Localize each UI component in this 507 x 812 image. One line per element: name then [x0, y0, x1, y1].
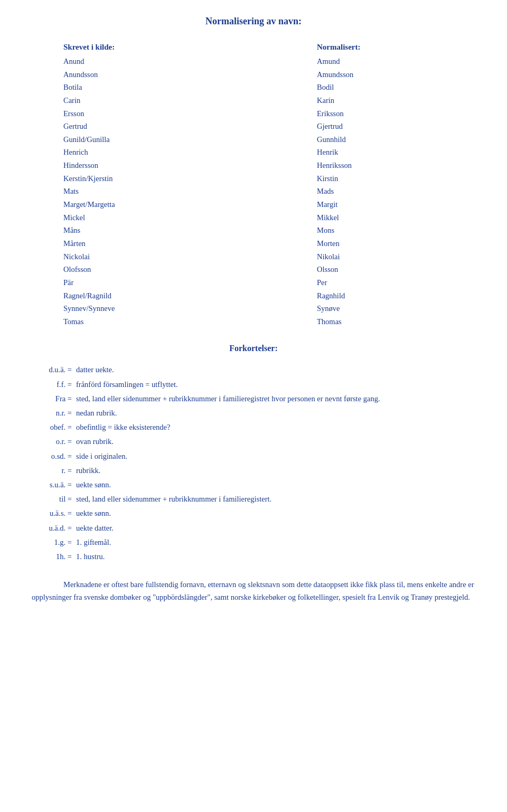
abbr-value: obefintlig = ikke eksisterende?: [74, 420, 475, 435]
abbr-row: o.r. =ovan rubrik.: [32, 435, 475, 449]
abbr-row: 1h. =1. hustru.: [32, 550, 475, 564]
right-name-item: Amundsson: [317, 68, 465, 81]
page-title: Normalisering av navn:: [32, 16, 475, 27]
left-names-list: AnundAnundssonBotilaCarinErssonGertrudGu…: [63, 55, 211, 328]
left-name-item: Botila: [63, 81, 211, 94]
abbr-value: side i originalen.: [74, 449, 475, 464]
right-name-item: Margit: [317, 198, 465, 211]
abbr-key: d.u.ä. =: [32, 363, 74, 377]
abbr-row: 1.g. =1. giftemål.: [32, 535, 475, 550]
left-name-item: Ersson: [63, 107, 211, 120]
right-name-item: Bodil: [317, 81, 465, 94]
left-name-item: Henrich: [63, 146, 211, 159]
abbr-key: 1.g. =: [32, 535, 74, 550]
right-name-item: Karin: [317, 94, 465, 107]
abbreviations-table: d.u.ä. =datter uekte.f.f. =frånförd förs…: [32, 363, 475, 564]
right-name-item: Ragnhild: [317, 289, 465, 303]
left-name-item: Carin: [63, 94, 211, 107]
left-name-item: Tomas: [63, 315, 211, 328]
left-name-item: Gertrud: [63, 120, 211, 133]
abbr-key: u.ä.d. =: [32, 521, 74, 535]
left-column: Skrevet i kilde: AnundAnundssonBotilaCar…: [63, 43, 211, 328]
left-name-item: Nickolai: [63, 250, 211, 263]
abbr-key: til =: [32, 492, 74, 506]
left-name-item: Anundsson: [63, 68, 211, 81]
abbr-row: o.sd. =side i originalen.: [32, 449, 475, 464]
abbr-value: ovan rubrik.: [74, 435, 475, 449]
abbr-row: obef. =obefintlig = ikke eksisterende?: [32, 420, 475, 435]
abbr-row: Fra =sted, land eller sidenummer + rubri…: [32, 392, 475, 406]
abbr-value: datter uekte.: [74, 363, 475, 377]
abbreviations-title: Forkortelser:: [32, 344, 475, 353]
abbr-value: 1. hustru.: [74, 550, 475, 564]
abbr-key: obef. =: [32, 420, 74, 435]
abbr-row: u.ä.d. =uekte datter.: [32, 521, 475, 535]
left-name-item: Synnev/Synneve: [63, 302, 211, 315]
right-name-item: Olsson: [317, 263, 465, 276]
left-name-item: Måns: [63, 224, 211, 237]
left-name-item: Olofsson: [63, 263, 211, 276]
right-name-item: Per: [317, 276, 465, 289]
left-name-item: Gunild/Gunilla: [63, 133, 211, 146]
abbr-key: o.r. =: [32, 435, 74, 449]
left-name-item: Mats: [63, 185, 211, 198]
right-name-item: Morten: [317, 237, 465, 250]
right-name-item: Eriksson: [317, 107, 465, 120]
abbr-key: f.f. =: [32, 377, 74, 392]
left-name-item: Kerstin/Kjerstin: [63, 172, 211, 185]
right-name-item: Mikkel: [317, 211, 465, 224]
abbr-value: sted, land eller sidenummer + rubrikknum…: [74, 392, 475, 406]
left-name-item: Ragnel/Ragnild: [63, 289, 211, 303]
right-name-item: Henriksson: [317, 159, 465, 172]
abbr-key: Fra =: [32, 392, 74, 406]
abbr-value: 1. giftemål.: [74, 535, 475, 550]
right-column: Normalisert: AmundAmundssonBodilKarinEri…: [317, 43, 465, 328]
abbr-key: s.u.ä. =: [32, 478, 74, 492]
abbr-value: uekte datter.: [74, 521, 475, 535]
right-column-header: Normalisert:: [317, 43, 465, 52]
abbr-value: sted, land eller sidenummer + rubrikknum…: [74, 492, 475, 506]
right-name-item: Gunnhild: [317, 133, 465, 146]
right-name-item: Henrik: [317, 146, 465, 159]
left-column-header: Skrevet i kilde:: [63, 43, 211, 52]
abbr-key: 1h. =: [32, 550, 74, 564]
abbr-value: frånförd församlingen = utflyttet.: [74, 377, 475, 392]
left-name-item: Hindersson: [63, 159, 211, 172]
abbr-row: til =sted, land eller sidenummer + rubri…: [32, 492, 475, 506]
right-name-item: Mons: [317, 224, 465, 237]
footer-text: Merknadene er oftest bare fullstendig fo…: [32, 579, 475, 604]
right-name-item: Amund: [317, 55, 465, 68]
abbr-value: uekte sønn.: [74, 478, 475, 492]
abbr-row: r. =rubrikk.: [32, 464, 475, 478]
left-name-item: Marget/Margetta: [63, 198, 211, 211]
right-name-item: Nikolai: [317, 250, 465, 263]
abbr-value: rubrikk.: [74, 464, 475, 478]
abbr-key: u.ä.s. =: [32, 506, 74, 521]
abbr-row: u.ä.s. =uekte sønn.: [32, 506, 475, 521]
right-name-item: Kirstin: [317, 172, 465, 185]
left-name-item: Anund: [63, 55, 211, 68]
left-name-item: Mårten: [63, 237, 211, 250]
right-names-list: AmundAmundssonBodilKarinErikssonGjertrud…: [317, 55, 465, 328]
right-name-item: Gjertrud: [317, 120, 465, 133]
right-name-item: Thomas: [317, 315, 465, 328]
abbr-value: nedan rubrik.: [74, 406, 475, 420]
left-name-item: Mickel: [63, 211, 211, 224]
page-container: Normalisering av navn: Skrevet i kilde: …: [32, 16, 475, 604]
names-section: Skrevet i kilde: AnundAnundssonBotilaCar…: [32, 43, 475, 328]
right-name-item: Mads: [317, 185, 465, 198]
abbr-value: uekte sønn.: [74, 506, 475, 521]
abbr-key: o.sd. =: [32, 449, 74, 464]
abbr-row: d.u.ä. =datter uekte.: [32, 363, 475, 377]
abbr-row: n.r. =nedan rubrik.: [32, 406, 475, 420]
abbr-row: s.u.ä. =uekte sønn.: [32, 478, 475, 492]
abbr-row: f.f. =frånförd församlingen = utflyttet.: [32, 377, 475, 392]
abbr-key: r. =: [32, 464, 74, 478]
right-name-item: Synøve: [317, 302, 465, 315]
left-name-item: Pär: [63, 276, 211, 289]
abbr-key: n.r. =: [32, 406, 74, 420]
